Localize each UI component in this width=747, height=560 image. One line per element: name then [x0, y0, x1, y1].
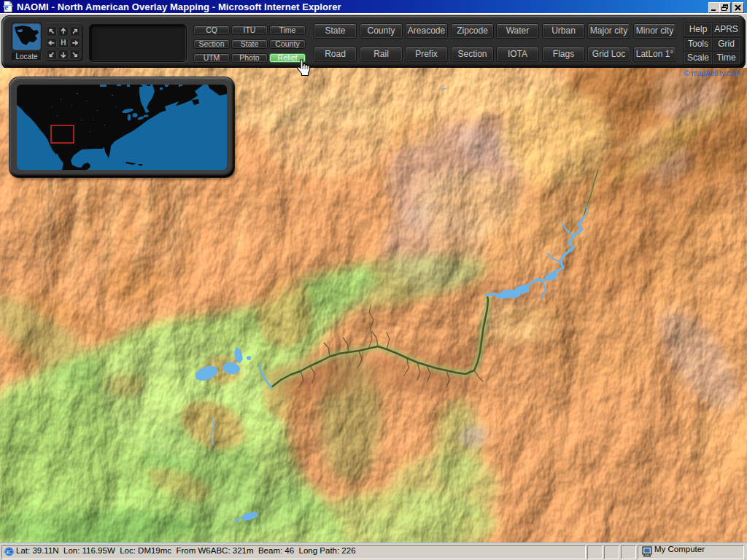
svg-text:H: H [61, 39, 66, 47]
svg-text:e: e [7, 548, 10, 556]
svg-text:e: e [4, 2, 9, 12]
